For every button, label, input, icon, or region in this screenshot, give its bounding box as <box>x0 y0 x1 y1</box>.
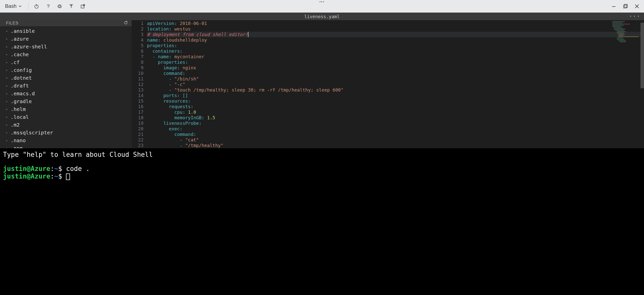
settings-button[interactable] <box>56 3 63 10</box>
power-icon <box>34 4 39 9</box>
code-token: cloudshelldeploy <box>163 37 207 43</box>
maximize-icon <box>623 4 628 9</box>
tree-item-label: .nano <box>11 137 26 144</box>
code-line: cpu: 1.0 <box>147 109 644 115</box>
shell-selector-dropdown[interactable]: Bash <box>4 3 24 10</box>
chevron-right-icon: ▹ <box>6 59 9 66</box>
tree-item-label: .ansible <box>11 28 35 35</box>
tree-folder-item[interactable]: ▹.cache <box>0 51 132 58</box>
open-new-session-button[interactable] <box>79 3 86 10</box>
chevron-right-icon: ▹ <box>6 129 9 136</box>
file-explorer-sidebar: FILES ▹.ansible▹.azure▹.azure-shell▹.cac… <box>0 20 132 148</box>
line-number: 20 <box>132 126 144 132</box>
tree-folder-item[interactable]: ▹.draft <box>0 82 132 90</box>
code-content[interactable]: apiVersion: 2018-06-01location: westus# … <box>147 20 644 148</box>
close-button[interactable] <box>633 3 640 10</box>
line-number: 19 <box>132 121 144 126</box>
code-token: cpu <box>174 109 183 115</box>
code-line: - "/bin/sh" <box>147 76 644 82</box>
tree-folder-item[interactable]: ▹.nano <box>0 137 132 144</box>
line-number: 8 <box>132 60 144 65</box>
editor-more-button[interactable]: ··· <box>629 16 640 17</box>
terminal-line: justin@Azure:~$ code . <box>3 165 641 172</box>
line-number: 18 <box>132 115 144 121</box>
chevron-right-icon: ▹ <box>6 106 9 113</box>
svg-line-6 <box>83 5 85 6</box>
terminal-panel[interactable]: Type "help" to learn about Cloud Shell j… <box>0 148 644 295</box>
tree-folder-item[interactable]: ▹.cf <box>0 58 132 66</box>
code-token: nginx <box>183 65 196 70</box>
code-line: ports: [] <box>147 93 644 98</box>
tree-folder-item[interactable]: ▹.npm <box>0 144 132 148</box>
line-number-gutter: 1234567891011121314151617181920212223 <box>132 20 147 148</box>
line-number: 23 <box>132 143 144 148</box>
tree-item-label: .config <box>11 67 32 74</box>
line-number: 10 <box>132 71 144 76</box>
svg-rect-21 <box>617 33 624 33</box>
file-tree: ▹.ansible▹.azure▹.azure-shell▹.cache▹.cf… <box>0 26 132 148</box>
tree-folder-item[interactable]: ▹.dotnet <box>0 74 132 82</box>
editor-scrollbar[interactable] <box>640 20 644 148</box>
svg-rect-17 <box>614 27 623 28</box>
line-number: 5 <box>132 43 144 48</box>
code-token: 1.5 <box>207 115 215 120</box>
window-grip-icon: ••• <box>319 1 325 3</box>
tree-folder-item[interactable]: ▹.m2 <box>0 121 132 129</box>
tree-folder-item[interactable]: ▹.azure <box>0 35 132 43</box>
refresh-button[interactable] <box>124 20 128 26</box>
shell-selector-label: Bash <box>5 3 17 9</box>
tree-item-label: .azure-shell <box>11 43 47 50</box>
tree-folder-item[interactable]: ▹.helm <box>0 105 132 113</box>
chevron-right-icon: ▹ <box>6 137 9 144</box>
svg-rect-12 <box>612 21 625 22</box>
terminal-cursor <box>66 173 70 180</box>
code-line: properties: <box>147 43 644 48</box>
code-token: "/tmp/healthy" <box>185 143 224 148</box>
svg-text:?: ? <box>47 4 50 9</box>
line-number: 22 <box>132 137 144 143</box>
code-line: properties: <box>147 60 644 65</box>
chevron-right-icon: ▹ <box>6 114 9 121</box>
line-number: 4 <box>132 37 144 43</box>
file-explorer-title: FILES <box>6 21 18 25</box>
tree-folder-item[interactable]: ▹.config <box>0 66 132 74</box>
code-token: name <box>158 54 169 59</box>
tree-folder-item[interactable]: ▹.emacs.d <box>0 90 132 98</box>
line-number: 17 <box>132 109 144 115</box>
upload-button[interactable] <box>68 3 75 10</box>
code-editor-area[interactable]: 1234567891011121314151617181920212223 ap… <box>132 20 644 148</box>
chevron-right-icon: ▹ <box>6 67 9 74</box>
line-number: 11 <box>132 76 144 82</box>
tree-folder-item[interactable]: ▹.gradle <box>0 98 132 105</box>
code-token: [] <box>183 93 188 98</box>
open-external-icon <box>80 4 86 9</box>
tree-folder-item[interactable]: ▹.azure-shell <box>0 43 132 51</box>
svg-rect-20 <box>617 31 626 32</box>
tree-item-label: .npm <box>11 145 23 148</box>
minimize-button[interactable] <box>610 3 617 10</box>
code-token: "/bin/sh" <box>174 76 199 81</box>
code-token: mycontainer <box>174 54 204 59</box>
chevron-down-icon <box>18 4 22 8</box>
svg-rect-22 <box>618 34 625 35</box>
chevron-right-icon: ▹ <box>6 51 9 58</box>
code-line: - "/tmp/healthy" <box>147 143 644 148</box>
maximize-button[interactable] <box>622 3 629 10</box>
code-token: properties <box>158 60 185 65</box>
code-token: command <box>163 71 183 76</box>
chevron-right-icon: ▹ <box>6 43 9 50</box>
help-button[interactable]: ? <box>45 3 52 10</box>
tree-folder-item[interactable]: ▹.mssqlscripter <box>0 129 132 137</box>
minimap[interactable] <box>612 21 640 44</box>
chevron-right-icon: ▹ <box>6 122 9 128</box>
line-number: 9 <box>132 65 144 71</box>
code-line: # deployment from cloud shell editor! <box>147 32 644 37</box>
svg-rect-15 <box>612 25 624 26</box>
scrollbar-thumb[interactable] <box>640 23 644 88</box>
restart-button[interactable] <box>33 3 40 10</box>
svg-rect-25 <box>617 38 623 38</box>
tree-folder-item[interactable]: ▹.local <box>0 113 132 121</box>
tree-folder-item[interactable]: ▹.ansible <box>0 27 132 35</box>
code-token: livenessProbe <box>163 121 199 126</box>
code-editor-panel: liveness.yaml ··· FILES ▹.ansible▹.azure… <box>0 13 644 148</box>
